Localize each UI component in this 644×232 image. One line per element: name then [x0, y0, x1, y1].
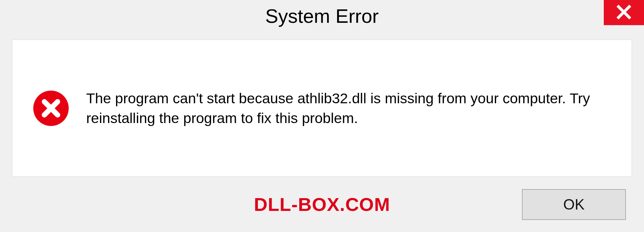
window-title: System Error: [265, 5, 379, 27]
error-message: The program can't start because athlib32…: [86, 89, 611, 127]
close-icon: [616, 4, 632, 21]
error-icon: [33, 90, 69, 127]
dialog-footer: DLL-BOX.COM OK: [0, 177, 644, 232]
ok-button[interactable]: OK: [522, 189, 626, 220]
error-dialog: System Error The program can't start bec…: [0, 0, 644, 232]
titlebar: System Error: [0, 0, 644, 34]
watermark-text: DLL-BOX.COM: [254, 193, 390, 215]
content-panel: The program can't start because athlib32…: [12, 40, 632, 177]
close-button[interactable]: [604, 0, 644, 25]
